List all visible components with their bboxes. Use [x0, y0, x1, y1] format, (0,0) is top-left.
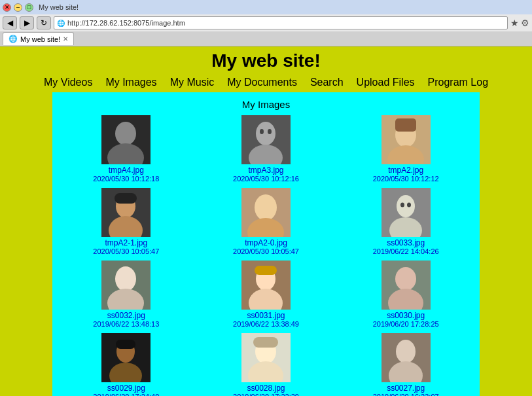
browser-nav-bar: ◀ ▶ ↻ 🌐 http://172.28.62.152:8075/image.… — [0, 14, 532, 31]
image-thumbnail — [241, 261, 291, 310]
maximize-btn[interactable]: □ — [25, 3, 33, 12]
forward-button[interactable]: ▶ — [20, 16, 34, 29]
refresh-button[interactable]: ↻ — [37, 16, 51, 29]
title-bar: ✕ – □ My web site! — [0, 0, 532, 14]
svg-rect-30 — [255, 266, 277, 275]
tab-favicon: 🌐 — [9, 35, 18, 43]
nav-my-images[interactable]: My Images — [105, 77, 156, 88]
nav-menu: My Videos My Images My Music My Document… — [0, 74, 532, 92]
image-item[interactable]: ss0030.jpg2019/06/20 17:28:25 — [338, 261, 473, 328]
nav-my-documents[interactable]: My Documents — [227, 77, 297, 88]
svg-rect-15 — [115, 193, 137, 204]
svg-point-32 — [395, 267, 416, 291]
image-date: 2019/06/20 17:22:39 — [233, 393, 299, 396]
image-thumbnail — [101, 115, 151, 164]
image-filename[interactable]: tmpA2-0.jpg — [245, 238, 287, 247]
image-thumbnail — [241, 115, 291, 164]
images-section: My Images tmpA4.jpg2020/05/30 10:12:18tm… — [52, 92, 480, 396]
back-button[interactable]: ◀ — [3, 16, 17, 29]
globe-icon: 🌐 — [57, 20, 65, 27]
nav-upload-files[interactable]: Upload Files — [357, 77, 415, 88]
minimize-btn[interactable]: – — [14, 3, 22, 12]
image-item[interactable]: ss0033.jpg2019/06/22 14:04:26 — [338, 188, 473, 255]
image-date: 2019/06/20 16:23:07 — [373, 393, 439, 396]
tab-bar: 🌐 My web site! ✕ — [0, 31, 532, 46]
image-item[interactable]: ss0027.jpg2019/06/20 16:23:07 — [338, 333, 473, 396]
close-btn[interactable]: ✕ — [3, 3, 11, 12]
nav-my-videos[interactable]: My Videos — [44, 77, 92, 88]
image-filename[interactable]: ss0032.jpg — [107, 311, 145, 320]
svg-point-23 — [407, 203, 411, 207]
image-item[interactable]: tmpA4.jpg2020/05/30 10:12:18 — [59, 115, 194, 183]
image-filename[interactable]: tmpA2.jpg — [388, 166, 423, 175]
window-title: My web site! — [39, 3, 79, 11]
site-title: My web site! — [0, 46, 532, 74]
image-date: 2020/05/30 10:12:12 — [373, 175, 439, 183]
image-thumbnail — [381, 115, 431, 164]
nav-my-music[interactable]: My Music — [170, 77, 215, 88]
svg-point-1 — [115, 122, 136, 145]
svg-point-6 — [260, 129, 264, 134]
image-item[interactable]: tmpA2.jpg2020/05/30 10:12:12 — [338, 115, 473, 183]
page-content: My web site! My Videos My Images My Musi… — [0, 46, 532, 396]
image-thumbnail — [241, 333, 291, 382]
image-item[interactable]: ss0032.jpg2019/06/22 13:48:13 — [59, 261, 194, 328]
image-thumbnail — [381, 261, 431, 310]
image-date: 2020/05/30 10:12:18 — [93, 175, 159, 183]
image-thumbnail — [381, 333, 431, 382]
svg-point-4 — [256, 122, 275, 145]
nav-program-log[interactable]: Program Log — [428, 77, 489, 88]
image-item[interactable]: tmpA2-1.jpg2020/05/30 10:05:47 — [59, 188, 194, 255]
nav-search[interactable]: Search — [310, 77, 344, 88]
image-thumbnail — [241, 188, 291, 237]
image-filename[interactable]: ss0028.jpg — [247, 384, 285, 393]
svg-point-43 — [396, 340, 416, 363]
image-filename[interactable]: tmpA3.jpg — [248, 166, 283, 175]
tab-close-button[interactable]: ✕ — [63, 35, 68, 43]
image-filename[interactable]: ss0027.jpg — [387, 384, 425, 393]
browser-chrome: ✕ – □ My web site! ◀ ▶ ↻ 🌐 http://172.28… — [0, 0, 532, 46]
images-section-title: My Images — [59, 99, 473, 110]
tab-label: My web site! — [20, 35, 60, 43]
image-thumbnail — [101, 261, 151, 310]
image-date: 2019/06/22 13:48:13 — [93, 320, 159, 328]
image-date: 2020/05/30 10:05:47 — [93, 247, 159, 255]
image-item[interactable]: ss0028.jpg2019/06/20 17:22:39 — [199, 333, 334, 396]
svg-rect-41 — [253, 337, 278, 348]
image-item[interactable]: tmpA2-0.jpg2020/05/30 10:05:47 — [199, 188, 334, 255]
svg-point-25 — [115, 266, 136, 291]
active-tab[interactable]: 🌐 My web site! ✕ — [3, 32, 74, 45]
favorites-icon[interactable]: ★ — [510, 18, 519, 28]
image-item[interactable]: tmpA3.jpg2020/05/30 10:12:16 — [199, 115, 334, 183]
image-thumbnail — [381, 188, 431, 237]
image-date: 2019/06/22 14:04:26 — [373, 247, 439, 255]
image-thumbnail — [101, 188, 151, 237]
image-filename[interactable]: tmpA2-1.jpg — [105, 238, 147, 247]
image-filename[interactable]: ss0029.jpg — [107, 384, 145, 393]
image-filename[interactable]: ss0031.jpg — [247, 311, 285, 320]
svg-point-17 — [255, 194, 277, 221]
image-date: 2020/05/30 10:05:47 — [233, 247, 299, 255]
svg-rect-37 — [116, 340, 135, 349]
svg-rect-11 — [395, 118, 416, 132]
image-date: 2020/05/30 10:12:16 — [233, 175, 299, 183]
address-text: http://172.28.62.152:8075/image.htm — [67, 19, 505, 27]
address-bar[interactable]: 🌐 http://172.28.62.152:8075/image.htm — [54, 16, 508, 29]
svg-point-20 — [397, 195, 415, 217]
image-date: 2019/06/22 13:38:49 — [233, 320, 299, 328]
image-filename[interactable]: ss0030.jpg — [387, 311, 425, 320]
image-filename[interactable]: ss0033.jpg — [387, 238, 425, 247]
settings-icon[interactable]: ⚙ — [521, 18, 529, 28]
image-thumbnail — [101, 333, 151, 382]
image-filename[interactable]: tmpA4.jpg — [109, 166, 144, 175]
image-date: 2019/06/20 17:24:40 — [93, 393, 159, 396]
image-date: 2019/06/20 17:28:25 — [373, 320, 439, 328]
images-grid: tmpA4.jpg2020/05/30 10:12:18tmpA3.jpg202… — [59, 115, 473, 396]
image-item[interactable]: ss0031.jpg2019/06/22 13:38:49 — [199, 261, 334, 328]
svg-point-22 — [400, 203, 404, 207]
svg-point-7 — [268, 129, 272, 134]
image-item[interactable]: ss0029.jpg2019/06/20 17:24:40 — [59, 333, 194, 396]
